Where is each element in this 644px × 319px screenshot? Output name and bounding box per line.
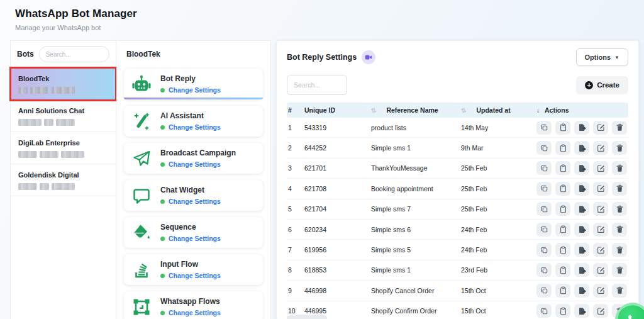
bot-item-anni-solutions-chat[interactable]: Anni Solutions Chat	[11, 100, 116, 132]
edit-button[interactable]	[593, 182, 608, 196]
delete-button[interactable]	[612, 284, 627, 298]
change-settings-link[interactable]: Change Settings	[169, 272, 221, 279]
options-button[interactable]: Options ▼	[576, 48, 628, 66]
copy-button[interactable]	[536, 121, 552, 135]
bot-item-bloodtek[interactable]: BloodTek	[11, 68, 116, 100]
feature-card-broadcast-campaign[interactable]: Broadcast Campaign Change Settings	[124, 143, 263, 174]
bot-item-goldendisk-digital[interactable]: Goldendisk Digital	[11, 164, 116, 196]
column-header-unique-id[interactable]: Unique ID	[303, 106, 370, 114]
page-title: WhatsApp Bot Manager	[15, 8, 644, 20]
clipboard-button[interactable]	[555, 284, 570, 298]
copy-button[interactable]	[536, 202, 552, 216]
export-button[interactable]	[574, 182, 589, 196]
feature-card-sequence[interactable]: Sequence Change Settings	[124, 217, 263, 248]
copy-button[interactable]	[536, 182, 552, 196]
bots-label: Bots	[17, 50, 34, 59]
delete-button[interactable]	[612, 182, 627, 196]
edit-button[interactable]	[593, 161, 608, 175]
feature-card-chat-widget[interactable]: Chat Widget Change Settings	[124, 180, 263, 211]
delete-button[interactable]	[612, 161, 627, 175]
updated-at-cell: 14th May	[460, 124, 535, 132]
export-button[interactable]	[574, 161, 589, 175]
export-button[interactable]	[574, 121, 589, 135]
feature-card-ai-assistant[interactable]: AI Assistant Change Settings	[124, 106, 263, 137]
feature-card-input-flow[interactable]: Input Flow Change Settings	[124, 254, 263, 285]
clipboard-button[interactable]	[555, 263, 570, 277]
page-subtitle: Manage your WhatsApp bot	[15, 24, 644, 31]
sort-icon[interactable]: ⇅	[460, 106, 467, 115]
unique-id-cell: 446995	[303, 307, 370, 315]
pagination-button-partial[interactable]	[287, 315, 327, 319]
feature-card-whatsapp-flows[interactable]: Whatsapp Flows Change Settings	[124, 291, 263, 319]
table-row: 5 621704 Simple sms 7 25th Feb	[287, 199, 628, 220]
table-row: 7 619956 Simple sms 5 24th Feb	[287, 240, 628, 260]
delete-button[interactable]	[612, 223, 627, 237]
status-dot	[160, 237, 165, 241]
copy-button[interactable]	[536, 284, 552, 298]
sort-icon[interactable]: ⇅	[370, 106, 377, 115]
export-button[interactable]	[574, 243, 589, 257]
bot-item-digilab-enterprise[interactable]: DigiLab Enterprise	[11, 132, 116, 164]
edit-button[interactable]	[593, 202, 608, 216]
delete-button[interactable]	[612, 202, 627, 216]
edit-button[interactable]	[593, 141, 608, 155]
copy-button[interactable]	[536, 161, 552, 175]
clipboard-button[interactable]	[555, 161, 570, 175]
table-search-input[interactable]	[287, 75, 347, 95]
sort-descending-icon[interactable]: ↓	[536, 107, 540, 114]
delete-button[interactable]	[612, 243, 627, 257]
edit-button[interactable]	[593, 243, 608, 257]
change-settings-link[interactable]: Change Settings	[169, 309, 221, 316]
updated-at-cell: 9th Mar	[460, 144, 535, 152]
edit-button[interactable]	[593, 121, 608, 135]
table-row: 6 620234 Simple sms 6 24th Feb	[287, 220, 628, 240]
column-header-actions[interactable]: ↓Actions	[535, 106, 628, 114]
clipboard-button[interactable]	[555, 121, 570, 135]
row-index: 6	[287, 226, 303, 233]
export-button[interactable]	[574, 141, 589, 155]
column-header-reference-name[interactable]: ⇅Reference Name	[370, 106, 460, 114]
delete-button[interactable]	[612, 121, 627, 135]
export-button[interactable]	[574, 223, 589, 237]
copy-button[interactable]	[536, 243, 552, 257]
clipboard-button[interactable]	[555, 223, 570, 237]
bot-phone-blurred	[18, 151, 108, 158]
main-panels: Bots BloodTek Anni Solutions Chat DigiLa…	[10, 40, 639, 319]
edit-button[interactable]	[593, 304, 608, 318]
clipboard-button[interactable]	[555, 182, 570, 196]
export-button[interactable]	[574, 284, 589, 298]
clipboard-button[interactable]	[555, 202, 570, 216]
feature-label: Broadcast Campaign	[160, 148, 236, 157]
change-settings-link[interactable]: Change Settings	[169, 160, 221, 168]
change-settings-link[interactable]: Change Settings	[169, 86, 221, 94]
delete-button[interactable]	[612, 263, 627, 277]
column-header-index[interactable]: #	[287, 106, 303, 114]
export-button[interactable]	[574, 263, 589, 277]
copy-button[interactable]	[536, 223, 552, 237]
edit-button[interactable]	[593, 223, 608, 237]
copy-button[interactable]	[536, 141, 552, 155]
delete-button[interactable]	[612, 141, 627, 155]
edit-button[interactable]	[593, 263, 608, 277]
change-settings-link[interactable]: Change Settings	[169, 198, 221, 205]
unique-id-cell: 621701	[303, 164, 370, 172]
copy-button[interactable]	[536, 304, 552, 318]
create-button[interactable]: + Create	[576, 76, 628, 94]
feature-card-bot-reply[interactable]: Bot Reply Change Settings	[124, 69, 263, 99]
export-button[interactable]	[574, 304, 589, 318]
row-actions	[535, 304, 628, 318]
video-camera-icon[interactable]	[362, 50, 375, 64]
copy-button[interactable]	[536, 263, 552, 277]
row-actions	[535, 202, 628, 216]
status-dot	[160, 199, 165, 204]
column-header-updated-at[interactable]: ⇅Updated at	[460, 106, 535, 114]
clipboard-button[interactable]	[555, 304, 570, 318]
export-button[interactable]	[574, 202, 589, 216]
change-settings-link[interactable]: Change Settings	[169, 235, 221, 242]
change-settings-link[interactable]: Change Settings	[169, 123, 221, 131]
row-actions	[535, 263, 628, 277]
edit-button[interactable]	[593, 284, 608, 298]
bots-search-input[interactable]	[39, 46, 109, 62]
clipboard-button[interactable]	[555, 243, 570, 257]
clipboard-button[interactable]	[555, 141, 570, 155]
